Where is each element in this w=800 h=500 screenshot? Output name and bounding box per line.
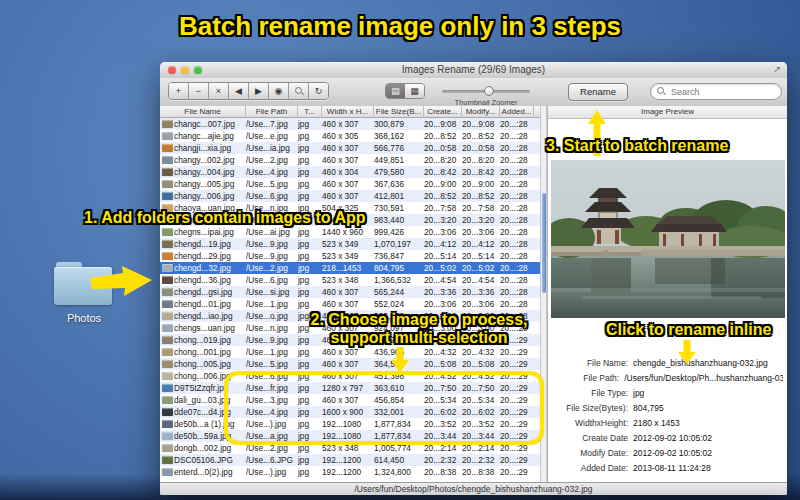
thumbnail-icon bbox=[162, 420, 173, 428]
dimensions-cell: 460 x 307 bbox=[322, 178, 374, 190]
next-button[interactable]: ▶ bbox=[249, 83, 269, 99]
file-name-cell: chengd...01.jpg bbox=[174, 298, 246, 310]
file-name-cell: changy...004.jpg bbox=[174, 166, 246, 178]
file-path-cell: /Use...2.jpg bbox=[246, 154, 298, 166]
table-row[interactable]: changc...ajie.jpg/Use...e.jpgjpg460 x 30… bbox=[160, 130, 540, 142]
grid-view-button[interactable]: ▦ bbox=[405, 84, 424, 98]
preview-field[interactable]: File Size(Bytes):804,795 bbox=[548, 401, 783, 416]
annotation-title: Batch rename image only in 3 steps bbox=[150, 11, 650, 42]
fullscreen-icon[interactable]: ↗ bbox=[773, 64, 781, 74]
dimensions-cell: 460 x 307 bbox=[322, 118, 374, 130]
preview-field[interactable]: File Name:chengde_bishushanzhuang-032.jp… bbox=[548, 356, 783, 371]
file-name-cell: chong...019.jpg bbox=[174, 334, 246, 346]
added-date-cell: 20...:28 bbox=[500, 190, 534, 202]
thumbnail-icon bbox=[162, 288, 173, 296]
modify-date-cell: 20...5:08 bbox=[462, 358, 500, 370]
table-row[interactable]: chong...005.jpg/Use...5.jpgjpg460 x 3073… bbox=[160, 358, 540, 370]
added-date-cell: 20...:28 bbox=[500, 118, 534, 130]
search-input[interactable] bbox=[669, 85, 777, 99]
added-date-cell: 20...:28 bbox=[500, 298, 534, 310]
preview-field[interactable]: File Path:/Users/fun/Desktop/Ph...hushan… bbox=[548, 371, 783, 386]
column-header[interactable]: File Name bbox=[160, 106, 246, 118]
arrow-down-multiselect-icon bbox=[391, 347, 409, 373]
table-row[interactable]: chengd...01.jpg/Use...1.jpgjpg460 x 3075… bbox=[160, 298, 540, 310]
refresh-button[interactable]: ↻ bbox=[309, 83, 328, 99]
file-type-cell: jpg bbox=[298, 226, 322, 238]
create-date-cell: 20...2:32 bbox=[424, 454, 462, 466]
list-view-button[interactable]: ▤ bbox=[386, 84, 405, 98]
search-button[interactable] bbox=[289, 83, 309, 99]
modify-date-cell: 20...4:12 bbox=[462, 238, 500, 250]
preview-field[interactable]: Added Date:2013-08-11 11:24:28 bbox=[548, 461, 783, 476]
table-row[interactable]: DSC05106.JPG/Use...6.JPGjpg192...1200614… bbox=[160, 454, 540, 466]
table-row[interactable]: changc...007.jpg/Use...7.jpgjpg460 x 307… bbox=[160, 118, 540, 130]
file-size-cell: 999,426 bbox=[374, 226, 424, 238]
create-date-cell: 20...8:52 bbox=[424, 130, 462, 142]
remove-button[interactable]: − bbox=[189, 83, 209, 99]
rename-button[interactable]: Rename bbox=[568, 83, 628, 101]
preview-field[interactable]: Modify Date:2012-09-02 10:05:02 bbox=[548, 446, 783, 461]
window-title: Images Rename (29/69 Images) bbox=[220, 62, 727, 78]
modify-date-cell: 20...9:08 bbox=[462, 118, 500, 130]
create-date-cell: 20...8:42 bbox=[424, 166, 462, 178]
column-header[interactable]: Modify... bbox=[462, 106, 500, 118]
toolbar: +−×◀▶◉↻ ▤ ▦ Thumbnail Zoomer Rename bbox=[160, 78, 787, 107]
added-date-cell: 20...:28 bbox=[500, 154, 534, 166]
modify-date-cell: 20...5:02 bbox=[462, 262, 500, 274]
table-row[interactable]: chengd...19.jpg/Use...9.jpgjpg523 x 3491… bbox=[160, 238, 540, 250]
table-row[interactable]: chengd...29.jpg/Use...9.jpgjpg523 x 3497… bbox=[160, 250, 540, 262]
table-row[interactable]: chengd...gsi.jpg/Use...si.jpgjpg460 x 30… bbox=[160, 286, 540, 298]
field-label: Create Date bbox=[548, 431, 628, 446]
preview-field[interactable]: WidthxHeight:2180 x 1453 bbox=[548, 416, 783, 431]
dimensions-cell: 460 x 305 bbox=[322, 130, 374, 142]
file-size-cell: 367,636 bbox=[374, 178, 424, 190]
table-row[interactable]: changy...004.jpg/Use...4.jpgjpg460 x 304… bbox=[160, 166, 540, 178]
scrollbar-thumb[interactable] bbox=[542, 193, 546, 293]
create-date-cell: 20...8:20 bbox=[424, 154, 462, 166]
file-path-cell: /Use...ia.jpg bbox=[246, 142, 298, 154]
file-size-cell: 565,244 bbox=[374, 286, 424, 298]
file-type-cell: jpg bbox=[298, 286, 322, 298]
delete-button[interactable]: × bbox=[209, 83, 229, 99]
add-button[interactable]: + bbox=[169, 83, 189, 99]
preview-eye-button[interactable]: ◉ bbox=[269, 83, 289, 99]
table-row[interactable]: changji...xia.jpg/Use...ia.jpgjpg460 x 3… bbox=[160, 142, 540, 154]
field-label: WidthxHeight: bbox=[548, 416, 628, 431]
table-row[interactable]: changy...006.jpg/Use...6.jpgjpg460 x 307… bbox=[160, 190, 540, 202]
zoom-button[interactable] bbox=[194, 66, 202, 74]
field-value: 2180 x 1453 bbox=[633, 416, 680, 431]
dimensions-cell: 192...1200 bbox=[322, 466, 374, 478]
file-path-cell: /Use...e.jpg bbox=[246, 130, 298, 142]
dimensions-cell: 218...1453 bbox=[322, 262, 374, 274]
file-path-cell: /Use...5.jpg bbox=[246, 358, 298, 370]
field-label: Added Date: bbox=[548, 461, 628, 476]
column-header[interactable]: T... bbox=[298, 106, 322, 118]
create-date-cell: 20...8:38 bbox=[424, 466, 462, 478]
search-field[interactable] bbox=[650, 83, 782, 100]
minimize-button[interactable] bbox=[181, 66, 189, 74]
column-header[interactable]: Create... bbox=[424, 106, 462, 118]
table-row[interactable]: chegns...ipai.jpg/Use...ai.jpgjpg1440 x … bbox=[160, 226, 540, 238]
table-row[interactable]: chong...001.jpg/Use...1.jpgjpg460 x 3074… bbox=[160, 346, 540, 358]
table-row[interactable]: changy...005.jpg/Use...5.jpgjpg460 x 307… bbox=[160, 178, 540, 190]
column-header[interactable]: Width x H... bbox=[322, 106, 374, 118]
table-row[interactable]: chengd...36.jpg/Use...6.jpgjpg523 x 3481… bbox=[160, 274, 540, 286]
slider-knob[interactable] bbox=[484, 86, 494, 96]
file-name-cell: changc...007.jpg bbox=[174, 118, 246, 130]
close-button[interactable] bbox=[168, 66, 176, 74]
added-date-cell: 20...:29 bbox=[500, 454, 534, 466]
table-row[interactable]: chengd...32.jpg/Use...2.jpgjpg218...1453… bbox=[160, 262, 540, 274]
title-bar[interactable]: Images Rename (29/69 Images) ↗ bbox=[160, 62, 787, 79]
thumbnail-icon bbox=[162, 276, 173, 284]
previous-button[interactable]: ◀ bbox=[229, 83, 249, 99]
table-row[interactable]: changy...002.jpg/Use...2.jpgjpg460 x 307… bbox=[160, 154, 540, 166]
file-path-cell: /Use...6.jpg bbox=[246, 190, 298, 202]
column-header[interactable]: File Path bbox=[246, 106, 298, 118]
thumbnail-zoomer-slider[interactable] bbox=[442, 90, 530, 93]
column-header[interactable]: Added... bbox=[500, 106, 534, 118]
preview-field[interactable]: Create Date2012-09-02 10:05:02 bbox=[548, 431, 783, 446]
table-row[interactable]: enterd...0(2).jpg/Use...).jpgjpg192...12… bbox=[160, 466, 540, 478]
preview-field[interactable]: File Type:jpg bbox=[548, 386, 783, 401]
column-header[interactable]: File Size(B... bbox=[374, 106, 424, 118]
thumbnail-icon bbox=[162, 360, 173, 368]
